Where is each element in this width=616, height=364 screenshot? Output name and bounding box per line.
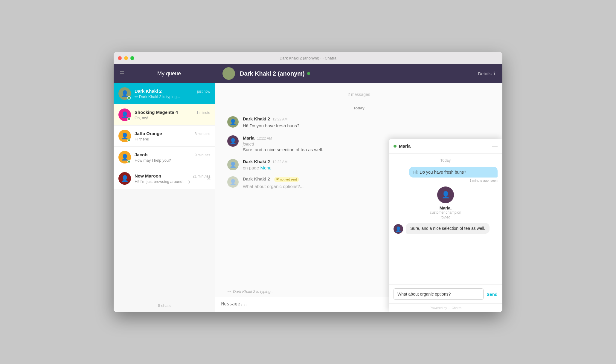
divider-line-right (369, 108, 490, 108)
widget-input-area: Send (389, 285, 502, 303)
chat-name: Dark Khaki 2 (135, 88, 162, 94)
app-window: Dark Khaki 2 (anonym) ··· Chatra ☰ My qu… (114, 52, 502, 312)
avatar-shocking-magenta: 👤 (118, 108, 131, 121)
agent-avatar-icon: 👤 (442, 191, 450, 199)
chat-preview: Hi! I'm just browsing around :—) (135, 179, 210, 184)
close-icon[interactable]: ✕ (207, 176, 211, 181)
chat-list: 👤 Dark Khaki 2 just now ✏ Dark Khaki 2 i… (114, 83, 215, 299)
chat-preview: How may I help you? (135, 158, 210, 163)
msg-time: 12:22 AM (272, 117, 288, 121)
messages-count: 2 messages (227, 92, 490, 97)
widget-header: Maria — (389, 139, 502, 154)
details-label: Details (478, 71, 492, 76)
status-dot (127, 117, 131, 121)
widget-messages[interactable]: Today Hi! Do you have fresh buns? 1 minu… (389, 154, 502, 285)
msg-avatar-dk2: 👤 (227, 159, 239, 170)
avatar-icon: 👤 (230, 161, 236, 168)
chat-name: New Maroon (135, 173, 161, 178)
widget-date-label: Today (394, 158, 498, 163)
msg-avatar-dk3: 👤 (227, 176, 239, 188)
chat-preview: Oh, my! (135, 116, 210, 120)
chat-name: Shocking Magenta 4 (135, 110, 178, 115)
chat-name: Jaffa Orange (135, 131, 162, 136)
chat-name-row: New Maroon 21 minutes (135, 173, 210, 178)
widget-status-dot (394, 145, 397, 148)
widget-agent-role: customer champion (430, 210, 461, 215)
widget-agent-joined: joined (441, 215, 450, 219)
widget-footer: Powered by ··· Chatra (389, 303, 502, 312)
chat-item-jaffa-orange[interactable]: 👤 Jaffa Orange 8 minutes Hi there! (114, 126, 215, 147)
typing-text: Dark Khaki 2 is typing... (233, 289, 274, 294)
info-icon: ℹ (493, 71, 495, 76)
not-sent-icon: ✉ (276, 178, 279, 181)
chat-name: Jacob (135, 152, 147, 157)
chat-name-row: Shocking Magenta 4 1 minute (135, 110, 210, 115)
widget-bubble-in: Sure, and a nice selection of tea as wel… (406, 223, 490, 234)
status-dot-online (127, 96, 131, 100)
app-body: ☰ My queue 👤 Dark Khaki 2 just now (114, 64, 502, 312)
chat-info-dark-khaki-2: Dark Khaki 2 just now ✏ Dark Khaki 2 is … (135, 88, 210, 99)
page-link[interactable]: Menu (260, 165, 272, 170)
menu-icon[interactable]: ☰ (120, 70, 124, 77)
msg-header-1: Dark Khaki 2 12:22 AM (243, 116, 490, 121)
message-row-1: 👤 Dark Khaki 2 12:22 AM Hi! Do you have … (227, 116, 490, 129)
widget-agent-name: Maria, (440, 206, 452, 210)
msg-author: Dark Khaki 2 (243, 176, 270, 181)
widget-title: Maria (394, 143, 411, 149)
chat-item-new-maroon[interactable]: 👤 New Maroon 21 minutes Hi! I'm just bro… (114, 168, 215, 189)
msg-content-1: Dark Khaki 2 12:22 AM Hi! Do you have fr… (243, 116, 490, 129)
msg-avatar-maria: 👤 (227, 135, 239, 147)
widget-close-button[interactable]: — (492, 143, 498, 149)
chat-name-row: Jaffa Orange 8 minutes (135, 131, 210, 136)
chat-info-shocking-magenta: Shocking Magenta 4 1 minute Oh, my! (135, 110, 210, 120)
not-sent-badge: ✉ not yet sent (274, 177, 299, 182)
not-sent-text: not yet sent (280, 178, 297, 181)
chat-info-new-maroon: New Maroon 21 minutes Hi! I'm just brows… (135, 173, 210, 184)
chat-time: 1 minute (196, 111, 210, 115)
avatar-new-maroon: 👤 (118, 172, 131, 185)
sidebar-title: My queue (129, 71, 209, 77)
page-label: on page (243, 165, 259, 170)
typing-text: Dark Khaki 2 is typing... (139, 94, 180, 99)
header-avatar (222, 67, 235, 80)
widget-incoming-avatar: 👤 (394, 224, 403, 234)
widget-send-button[interactable]: Send (487, 292, 498, 297)
sidebar-header: ☰ My queue (114, 64, 215, 83)
avatar-dark-khaki-2: 👤 (118, 87, 131, 100)
close-button[interactable] (118, 56, 122, 60)
msg-author: Maria (243, 135, 254, 140)
avatar-icon: 👤 (121, 154, 129, 161)
widget-bubble-out: Hi! Do you have fresh buns? (409, 167, 498, 178)
msg-time: 12:22 AM (257, 136, 272, 140)
details-button[interactable]: Details ℹ (478, 71, 495, 76)
widget-input[interactable] (394, 288, 484, 300)
chat-item-jacob[interactable]: 👤 Jacob 9 minutes How may I help you? (114, 147, 215, 168)
minimize-button[interactable] (124, 56, 128, 60)
msg-author: Dark Khaki 2 (243, 116, 270, 121)
avatar-icon: 👤 (121, 132, 129, 140)
chat-header-name: Dark Khaki 2 (anonym) (240, 70, 478, 77)
maximize-button[interactable] (130, 56, 134, 60)
avatar-jaffa-orange: 👤 (118, 130, 131, 142)
chat-info-jaffa-orange: Jaffa Orange 8 minutes Hi there! (135, 131, 210, 141)
widget-title-text: Maria (399, 143, 411, 149)
chat-header: Dark Khaki 2 (anonym) Details ℹ (215, 64, 502, 83)
date-divider: Today (227, 106, 490, 110)
chat-info-jacob: Jacob 9 minutes How may I help you? (135, 152, 210, 163)
title-bar: Dark Khaki 2 (anonym) ··· Chatra (114, 52, 502, 64)
chat-item-dark-khaki-2[interactable]: 👤 Dark Khaki 2 just now ✏ Dark Khaki 2 i… (114, 83, 215, 104)
pencil-typing-icon: ✏ (227, 289, 231, 294)
chat-preview: ✏ Dark Khaki 2 is typing... (135, 94, 210, 99)
widget-bubble-time: 1 minute ago, seen (394, 179, 498, 182)
avatar-icon: 👤 (121, 90, 129, 97)
avatar-icon: 👤 (230, 119, 236, 125)
chat-widget: Maria — Today Hi! Do you have fresh buns… (389, 139, 502, 312)
header-name-text: Dark Khaki 2 (anonym) (240, 70, 305, 77)
msg-text-1: Hi! Do you have fresh buns? (243, 123, 490, 129)
status-dot (127, 160, 131, 163)
avatar-icon: 👤 (121, 175, 129, 182)
avatar-icon: 👤 (230, 179, 236, 185)
divider-line-left (227, 108, 349, 108)
chat-item-shocking-magenta[interactable]: 👤 Shocking Magenta 4 1 minute Oh, my! (114, 104, 215, 126)
sidebar: ☰ My queue 👤 Dark Khaki 2 just now (114, 64, 215, 312)
